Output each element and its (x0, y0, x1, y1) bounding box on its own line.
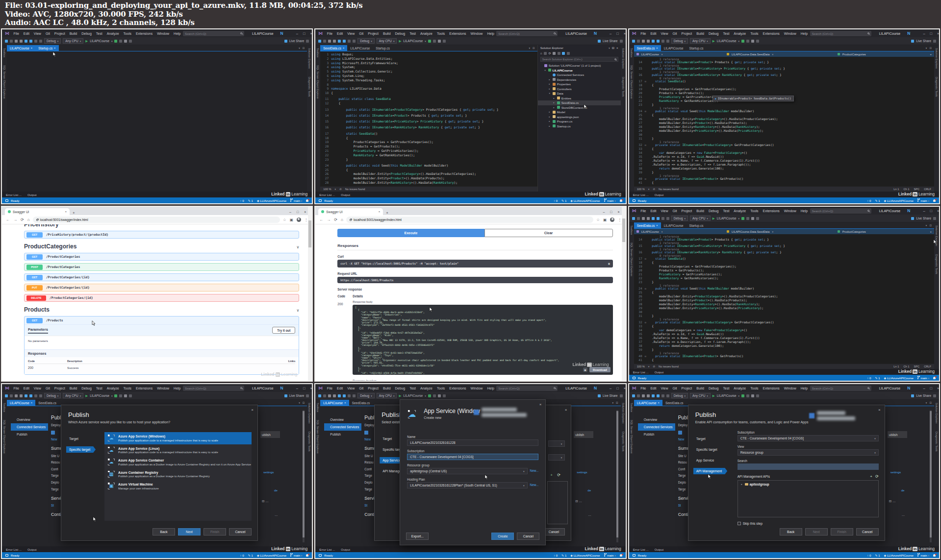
bookmark-icon[interactable] (756, 394, 759, 397)
minimize-button[interactable] (296, 386, 298, 390)
tree-item[interactable]: ▸Program.cs (538, 119, 621, 124)
repo-icon[interactable] (570, 554, 573, 557)
platform-dropdown[interactable]: Any CPU (690, 393, 711, 398)
fold-icon[interactable]: ⊟ (645, 109, 648, 113)
breadcrumb-project[interactable]: LILAPICourse (641, 53, 659, 56)
hot-reload-icon[interactable] (741, 217, 744, 220)
live-share-label[interactable]: Live Share (603, 39, 618, 43)
panel-tab[interactable]: Output (655, 193, 664, 196)
search-input[interactable] (738, 463, 879, 470)
panel-tab[interactable]: Output (27, 548, 37, 551)
minimize-button[interactable] (923, 31, 925, 36)
target-option[interactable]: Azure App Service (Windows) Publish your… (104, 432, 252, 444)
menu-item[interactable]: File (325, 387, 334, 390)
menu-item[interactable]: Build (694, 209, 707, 213)
feedback-icon[interactable] (306, 394, 309, 397)
menu-item[interactable]: Build (381, 387, 393, 390)
new-hosting-plan-link[interactable]: New... (530, 483, 539, 487)
document-tab[interactable]: Startup.cs (687, 45, 707, 51)
add-icon[interactable] (930, 230, 932, 233)
start-debug-icon[interactable] (712, 39, 715, 43)
repo-name[interactable]: LLIAzureAPICourse (260, 554, 286, 557)
menu-item[interactable]: Test (721, 209, 732, 213)
tool-window-tab[interactable]: Solution Explorer (622, 403, 625, 424)
reload-icon[interactable] (334, 218, 337, 222)
save-all-icon[interactable] (343, 394, 346, 397)
menu-item[interactable]: File (11, 387, 21, 390)
maximize-button[interactable] (930, 386, 933, 390)
api-list-box[interactable]: ▸ apitestgroup (738, 480, 879, 517)
tool-window-tab[interactable]: Solution Explorer (622, 48, 625, 69)
fold-icon[interactable]: ⊟ (645, 79, 648, 83)
run-profile-label[interactable]: LILAPICourse (717, 394, 737, 397)
endpoint-row[interactable]: POST/ProductCategories (24, 263, 299, 271)
navigate-back-icon[interactable] (632, 40, 635, 43)
open-file-icon[interactable] (647, 394, 650, 397)
menu-item[interactable]: Test (94, 32, 104, 35)
close-tab-icon[interactable]: × (31, 401, 33, 404)
resource-group-tree-item[interactable]: ▸ apitestgroup (738, 481, 878, 488)
tool-window-tab[interactable]: Diagnostic Tools (935, 432, 938, 452)
subscription-dropdown[interactable]: CTE - Courseware Development 04 [COGS] (738, 435, 879, 441)
new-tab-button[interactable] (73, 211, 75, 215)
pending-edits-icon[interactable] (248, 554, 251, 557)
menu-item[interactable]: Project (679, 32, 694, 35)
configuration-dropdown[interactable]: Debug (671, 216, 688, 221)
live-share-icon[interactable] (284, 40, 287, 43)
configuration-dropdown[interactable]: Debug (671, 393, 688, 398)
tab-options-icon[interactable] (929, 401, 932, 404)
save-icon[interactable] (652, 217, 655, 220)
menu-item[interactable]: Debug (79, 32, 94, 35)
menu-item[interactable]: Window (782, 209, 798, 213)
scrollbar[interactable] (303, 410, 305, 542)
find-in-files-icon[interactable] (751, 40, 754, 43)
close-button[interactable] (304, 210, 306, 214)
tool-window-tab[interactable]: SQL Server Object Explorer (3, 65, 6, 99)
forward-icon[interactable] (327, 218, 331, 222)
save-all-icon[interactable] (657, 217, 660, 220)
collapse-section-icon[interactable] (296, 243, 299, 250)
minimize-button[interactable] (289, 210, 291, 214)
wizard-step[interactable]: Specific target (66, 446, 96, 453)
close-dialog-icon[interactable] (251, 408, 254, 412)
repo-name[interactable]: LLIAzureAPICourse (574, 199, 600, 202)
empty-editor[interactable] (7, 51, 307, 192)
menu-item[interactable]: Project (679, 387, 694, 390)
browser-menu-icon[interactable] (618, 218, 622, 222)
redo-icon[interactable] (353, 40, 356, 43)
run-profile-label[interactable]: LILAPICourse (717, 217, 737, 220)
minimize-button[interactable] (603, 210, 605, 214)
navigate-back-icon[interactable] (5, 394, 8, 397)
wizard-step[interactable]: Specific target (693, 446, 728, 453)
menu-item[interactable]: Window (155, 387, 172, 390)
endpoint-row[interactable]: GET/ProductCategories/{id} (24, 273, 299, 281)
endpoint-row[interactable]: GET/ProductCategories (24, 253, 299, 261)
menu-item[interactable]: Help (798, 209, 810, 213)
save-icon[interactable] (25, 40, 27, 43)
sidebar-item[interactable]: Connected Services (638, 423, 675, 431)
live-share-icon[interactable] (598, 394, 601, 397)
pending-edits-icon[interactable] (875, 199, 877, 202)
menu-item[interactable]: Project (52, 387, 67, 390)
skip-step-checkbox[interactable] (738, 522, 741, 525)
navigate-forward-icon[interactable] (637, 40, 640, 43)
menu-item[interactable]: Project (366, 32, 381, 35)
bookmark-icon[interactable] (756, 217, 759, 220)
live-share-label[interactable]: Live Share (603, 394, 618, 397)
menu-item[interactable]: File (638, 209, 648, 213)
repo-icon[interactable] (570, 199, 573, 202)
pending-edits-icon[interactable] (875, 376, 877, 380)
clear-button[interactable]: Clear (484, 229, 613, 237)
dropdown-fragment[interactable] (548, 440, 565, 447)
menu-item[interactable]: Help (172, 32, 183, 35)
save-all-icon[interactable] (29, 40, 32, 43)
tree-item[interactable]: ▸Dependencies (538, 77, 621, 82)
live-share-icon[interactable] (911, 394, 914, 397)
document-tab[interactable]: Startup.cs (373, 45, 393, 51)
chevron-down-icon[interactable] (609, 46, 610, 49)
profile-avatar[interactable] (610, 218, 614, 222)
execute-button[interactable]: Execute (337, 229, 484, 237)
breadcrumb-member[interactable]: ProductCategories (842, 53, 866, 56)
notifications-bell-icon[interactable] (620, 199, 622, 202)
more-options-icon[interactable] (275, 513, 278, 516)
